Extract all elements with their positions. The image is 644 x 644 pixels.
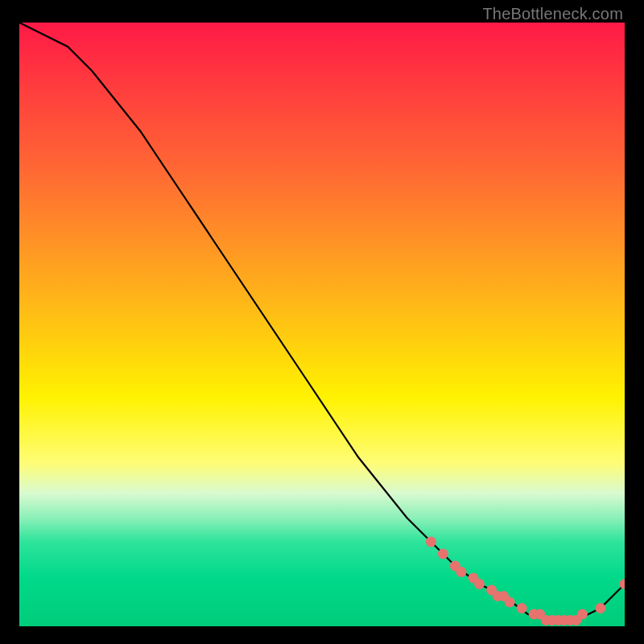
data-point bbox=[426, 537, 436, 547]
chart-area bbox=[19, 23, 625, 626]
data-point bbox=[577, 609, 588, 620]
data-point bbox=[595, 603, 605, 613]
data-point bbox=[505, 597, 515, 608]
chart-svg bbox=[19, 23, 625, 626]
data-point bbox=[517, 603, 527, 613]
curve-line bbox=[19, 23, 625, 621]
data-point bbox=[438, 549, 448, 559]
data-point bbox=[474, 579, 485, 589]
data-point bbox=[456, 567, 467, 577]
attribution-label: TheBottleneck.com bbox=[482, 5, 623, 23]
